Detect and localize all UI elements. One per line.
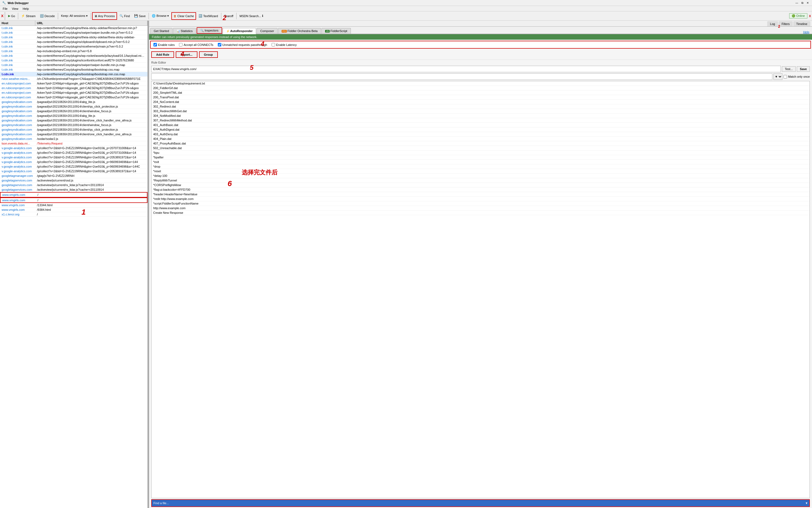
table-row[interactable]: t.cdn.ink/wp-includes/js/wp-embed.min.js…: [0, 49, 147, 53]
stream-btn[interactable]: ⚡ Stream: [19, 12, 37, 20]
list-item[interactable]: *exit: [151, 160, 810, 164]
enable-latency-option[interactable]: Enable Latency: [272, 43, 297, 46]
help-link[interactable]: Help: [803, 31, 809, 34]
table-row[interactable]: t.cdn.ink/wp-content/themes/Cosy/plugins…: [0, 26, 147, 31]
sessions-list[interactable]: t.cdn.ink/wp-content/themes/Cosy/plugins…: [0, 26, 147, 508]
save-rule-btn[interactable]: Save: [797, 66, 810, 72]
table-row[interactable]: googlesyndication.com/pagead/js/r2021083…: [0, 132, 147, 137]
accept-connects-option[interactable]: Accept all CONNECTs: [179, 43, 213, 46]
find-file-dropdown-btn[interactable]: ▼: [804, 500, 809, 506]
decode-btn[interactable]: 🔢 Decode: [38, 12, 57, 20]
list-item[interactable]: *ReplyWithTunnel: [151, 178, 810, 183]
table-row[interactable]: v.google-analytics.com/g/collect?v=2&tid…: [0, 151, 147, 155]
list-item[interactable]: *reset: [151, 169, 810, 174]
table-row[interactable]: t.cdn.ink/wp-content/themes/Cosy/plugins…: [0, 44, 147, 49]
enable-rules-option[interactable]: Enable rules: [153, 43, 175, 46]
list-item[interactable]: *delay:100: [151, 174, 810, 178]
table-row[interactable]: t.cdn.ink/wp-content/themes/Cosy/plugins…: [0, 40, 147, 44]
list-item[interactable]: 407_ProxyAuthBasic.dat: [151, 141, 810, 146]
table-row[interactable]: googlesyndication.com/pagead/js/r2021083…: [0, 118, 147, 123]
list-item[interactable]: 404_Plain.dat: [151, 137, 810, 141]
table-row[interactable]: googletagservices.com/activeview/js/curr…: [0, 178, 147, 183]
list-item[interactable]: http://www.example.com: [151, 206, 810, 211]
table-row[interactable]: x1.c.lencr.org/: [0, 212, 147, 217]
list-item[interactable]: Create New Response: [151, 211, 810, 215]
list-item[interactable]: 200_FiddlerGif.dat: [151, 86, 810, 90]
table-row[interactable]: googlesyndication.com/pagead/js/r2021082…: [0, 104, 147, 109]
list-item[interactable]: 401_AuthDigest.dat: [151, 127, 810, 132]
close-btn[interactable]: ✕: [806, 1, 810, 5]
add-rule-btn[interactable]: Add Rule: [151, 51, 174, 58]
table-row[interactable]: googlesyndication.com/sodar/sodar2.js: [0, 137, 147, 141]
list-item[interactable]: 307_RedirectWithMethod.dat: [151, 118, 810, 123]
menu-view[interactable]: View: [10, 6, 20, 11]
save-toolbar-btn[interactable]: 💾 Save: [132, 12, 147, 20]
x-mark-2[interactable]: X: [809, 14, 811, 18]
minimize-btn[interactable]: —: [795, 1, 799, 5]
menu-file[interactable]: File: [1, 6, 9, 11]
list-item[interactable]: C:\Users\Sylar\Desktop\requirement.txt: [151, 81, 810, 86]
list-item[interactable]: 302_Redirect.dat: [151, 104, 810, 109]
table-row[interactable]: en.rubiconproject.com/token?pid=2249&pt=…: [0, 86, 147, 90]
textwizard-btn[interactable]: 🔤 TextWizard: [196, 12, 220, 20]
keep-btn[interactable]: Keep: All sessions ▾: [59, 12, 90, 20]
table-row[interactable]: googlesyndication.com/pagead/js/r2021083…: [0, 114, 147, 118]
table-row[interactable]: googlesyndication.com/pagead/js/r2021082…: [0, 109, 147, 114]
x-mark-1[interactable]: X: [1, 14, 4, 18]
enable-rules-checkbox[interactable]: [153, 43, 157, 46]
list-item[interactable]: *drop: [151, 164, 810, 169]
msdn-search-btn[interactable]: MSDN Search... ℹ: [238, 12, 265, 20]
list-item[interactable]: 200_TransPixel.dat: [151, 95, 810, 100]
clear-cache-btn[interactable]: 🗑 Clear Cache: [171, 12, 196, 20]
tab-statistics[interactable]: 📊 Statistics: [173, 28, 196, 34]
accept-connects-checkbox[interactable]: [179, 43, 182, 46]
table-row[interactable]: googletagmanager.com/gtag/js?id=G-2VEZ2J…: [0, 174, 147, 178]
table-row[interactable]: t.cdn.ink/wp-content/themes/Cosy/plugins…: [0, 53, 147, 58]
restore-btn[interactable]: ⧉: [800, 1, 804, 5]
table-row[interactable]: googletagservices.com/activeview/js/curr…: [0, 183, 147, 187]
unmatched-checkbox[interactable]: [218, 43, 221, 46]
list-item[interactable]: *bpafter: [151, 155, 810, 160]
browse-btn[interactable]: 🌐 Browse ▾: [150, 12, 171, 20]
response-list[interactable]: C:\Users\Sylar\Desktop\requirement.txt20…: [151, 81, 810, 498]
replay-go-btn[interactable]: ▶ Go: [6, 12, 17, 20]
window-controls[interactable]: — ⧉ ✕: [795, 1, 810, 5]
list-item[interactable]: *CORSPreflightAllow: [151, 183, 810, 187]
list-item[interactable]: 304_NotModified.dat: [151, 114, 810, 118]
table-row[interactable]: v.google-analytics.com/g/collect?v=2&tid…: [0, 155, 147, 160]
table-row[interactable]: www.vmgirls.com/9384.html: [0, 208, 147, 212]
table-row[interactable]: googletagservices.com/activeview/js/curr…: [0, 187, 147, 192]
table-row[interactable]: v.google-analytics.com/g/collect?v=2&tid…: [0, 164, 147, 169]
table-row[interactable]: tson.events.data.mi.../Telemetry.Request: [0, 141, 147, 146]
find-file-input[interactable]: [152, 500, 804, 506]
list-item[interactable]: *header:HeaderName=NewValue: [151, 192, 810, 197]
tab-get-started[interactable]: Get Started: [150, 28, 173, 34]
list-item[interactable]: *redir:http://www.example.com: [151, 197, 810, 201]
table-row[interactable]: googlesyndication.com/pagead/js/r2021083…: [0, 127, 147, 132]
table-row[interactable]: t.cdn.ink/wp-content/themes/Cosy/plugins…: [0, 63, 147, 68]
tab-autoresponder[interactable]: ⚡ AutoResponder: [223, 28, 256, 34]
table-row[interactable]: v.google-analytics.com/g/collect?v=2&tid…: [0, 169, 147, 174]
test-btn[interactable]: Test...: [782, 66, 796, 72]
list-item[interactable]: 204_NoContent.dat: [151, 100, 810, 104]
table-row[interactable]: googlesyndication.com/pagead/js/r2021083…: [0, 123, 147, 127]
rule-url-input[interactable]: [151, 66, 781, 72]
list-item[interactable]: 401_AuthBasic.dat: [151, 123, 810, 127]
import-btn[interactable]: Import...: [176, 51, 197, 58]
any-process-btn[interactable]: 🖥 Any Process: [92, 12, 117, 20]
table-row[interactable]: www.vmgirls.com/13344.html: [0, 203, 147, 208]
list-item[interactable]: *script:FiddlerScriptFunctionName: [151, 201, 810, 206]
menu-help[interactable]: Help: [21, 6, 31, 11]
table-row[interactable]: en.rubiconproject.com/token?pid=2249&pt=…: [0, 95, 147, 100]
table-row[interactable]: t.cdn.ink/wp-content/themes/Cosy/plugins…: [0, 31, 147, 35]
table-row[interactable]: t.cdn.ink/wp-content/themes/Cosy/plugins…: [0, 35, 147, 40]
online-btn[interactable]: 🟢 Online: [789, 13, 807, 18]
tab-timeline[interactable]: Timeline: [793, 21, 810, 26]
unmatched-passthrough-option[interactable]: Unmatched requests passthrough: [218, 43, 267, 46]
list-item[interactable]: 403_AuthDeny.dat: [151, 132, 810, 137]
list-item[interactable]: 303_RedirectWithGet.dat: [151, 109, 810, 114]
list-item[interactable]: *bpu: [151, 151, 810, 155]
table-row[interactable]: v.google-analytics.com/g/collect?v=2&tid…: [0, 160, 147, 164]
tearoff-btn[interactable]: Tearoff: [222, 12, 235, 20]
table-row[interactable]: en.rubiconproject.com/token?pid=2249&pt=…: [0, 90, 147, 95]
